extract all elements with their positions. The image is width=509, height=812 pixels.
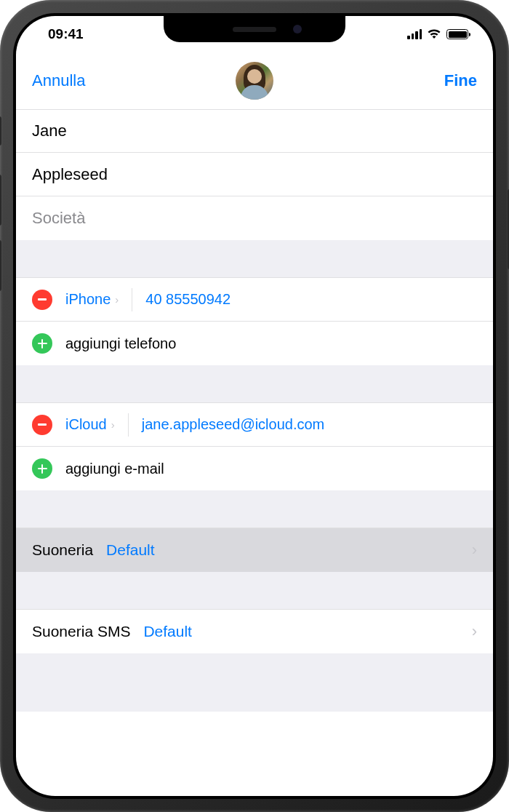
volume-up-button	[0, 175, 1, 226]
remove-phone-icon[interactable]	[32, 290, 52, 310]
email-address-value[interactable]: jane.appleseed@icloud.com	[142, 416, 325, 433]
silent-switch	[0, 116, 1, 146]
add-email-label: aggiungi e-mail	[65, 461, 164, 477]
texttone-value: Default	[143, 623, 192, 640]
phone-type-selector[interactable]: iPhone ›	[65, 291, 119, 308]
phone-type-label: iPhone	[65, 291, 111, 308]
ringtone-value: Default	[106, 541, 155, 559]
last-name-input[interactable]	[32, 165, 477, 184]
edit-contact-form: iPhone › 40 85550942 aggiungi telefono	[16, 109, 493, 712]
chevron-right-icon: ›	[111, 418, 115, 431]
divider	[132, 288, 132, 311]
device-frame: 09:41 Annulla Fine	[0, 0, 509, 812]
status-time: 09:41	[41, 26, 84, 42]
chevron-right-icon: ›	[115, 293, 119, 306]
chevron-right-icon: ›	[472, 541, 477, 560]
add-phone-label: aggiungi telefono	[65, 335, 176, 352]
email-type-label: iCloud	[65, 416, 107, 433]
front-camera	[293, 25, 302, 33]
chevron-right-icon: ›	[472, 622, 477, 641]
cancel-button[interactable]: Annulla	[32, 71, 85, 90]
first-name-input[interactable]	[32, 122, 477, 140]
volume-down-button	[0, 240, 1, 291]
ringtone-row[interactable]: Suoneria Default ›	[16, 528, 493, 572]
remove-email-icon[interactable]	[32, 415, 52, 435]
wifi-icon	[427, 29, 441, 39]
email-type-selector[interactable]: iCloud ›	[65, 416, 115, 433]
add-email-icon	[32, 458, 52, 479]
notch	[164, 16, 345, 42]
battery-icon	[446, 29, 468, 39]
navigation-bar: Annulla Fine	[16, 52, 493, 109]
contact-avatar[interactable]	[236, 62, 273, 100]
company-input[interactable]	[32, 209, 477, 228]
cellular-signal-icon	[407, 29, 422, 39]
phone-number-value[interactable]: 40 85550942	[145, 291, 231, 308]
add-phone-row[interactable]: aggiungi telefono	[16, 322, 493, 365]
earpiece-speaker	[233, 27, 276, 32]
done-button[interactable]: Fine	[444, 71, 477, 90]
texttone-label: Suoneria SMS	[32, 623, 130, 640]
ringtone-label: Suoneria	[32, 541, 93, 559]
add-phone-icon	[32, 333, 52, 354]
texttone-row[interactable]: Suoneria SMS Default ›	[16, 610, 493, 653]
divider	[128, 413, 129, 437]
add-email-row[interactable]: aggiungi e-mail	[16, 447, 493, 490]
screen: 09:41 Annulla Fine	[16, 16, 493, 796]
